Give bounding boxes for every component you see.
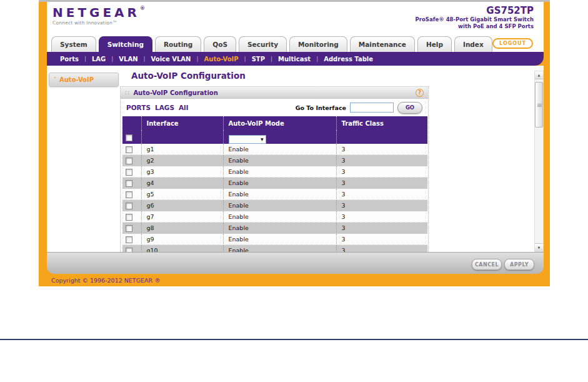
tab-security[interactable]: Security xyxy=(239,36,287,52)
apply-button[interactable]: APPLY xyxy=(504,259,534,270)
cell-traffic-class: 3 xyxy=(336,189,427,200)
row-checkbox-cell xyxy=(122,189,141,200)
registered-mark: ® xyxy=(140,6,145,11)
scroll-down-icon: ▼ xyxy=(538,246,541,249)
main-area: ˅ Auto-VoIP Auto-VoIP Configuration ∷ Au… xyxy=(47,66,544,252)
row-checkbox[interactable] xyxy=(126,214,132,221)
row-checkbox-cell xyxy=(122,178,141,189)
collapse-caret-icon: ˅ xyxy=(54,78,56,83)
row-checkbox[interactable] xyxy=(126,180,132,187)
page-divider-line xyxy=(0,339,588,340)
scope-link-all[interactable]: All xyxy=(179,104,188,111)
row-checkbox[interactable] xyxy=(126,236,132,243)
subnav-item-stp[interactable]: STP xyxy=(252,56,265,63)
auto-voip-table: InterfaceAuto-VoIP ModeTraffic Class ▼ xyxy=(122,116,427,252)
tab-routing[interactable]: Routing xyxy=(155,36,201,52)
frame-left-bar xyxy=(39,2,47,274)
subnav: Ports|LAG|VLAN|Voice VLAN|Auto-VoIP|STP|… xyxy=(47,52,544,66)
row-checkbox-cell xyxy=(122,211,141,223)
row-checkbox-cell xyxy=(122,200,141,211)
frame-right-bar xyxy=(544,2,550,274)
tab-system[interactable]: System xyxy=(51,36,96,52)
cell-auto-voip-mode: Enable xyxy=(223,200,336,211)
cell-traffic-class: 3 xyxy=(336,144,427,155)
table-row-g4: g4Enable3 xyxy=(122,178,427,189)
cell-auto-voip-mode: Enable xyxy=(223,211,336,223)
scope-link-ports[interactable]: PORTS xyxy=(126,104,151,111)
go-button[interactable]: GO xyxy=(397,102,422,114)
select-all-checkbox[interactable] xyxy=(126,134,132,141)
tab-maintenance[interactable]: Maintenance xyxy=(350,36,415,52)
table-row-g5: g5Enable3 xyxy=(122,189,427,200)
goto-interface-input[interactable] xyxy=(350,103,394,113)
cancel-button[interactable]: CANCEL xyxy=(472,259,502,270)
dropdown-arrow-icon: ▼ xyxy=(261,138,266,141)
cell-interface: g2 xyxy=(141,155,223,166)
row-checkbox[interactable] xyxy=(126,191,132,198)
header-checkbox-cell xyxy=(122,116,141,130)
cell-interface: g5 xyxy=(141,189,223,200)
scroll-down-button[interactable]: ▼ xyxy=(535,243,543,251)
subnav-separator: | xyxy=(84,56,86,62)
cell-traffic-class: 3 xyxy=(336,155,427,166)
subnav-item-vlan[interactable]: VLAN xyxy=(119,56,137,63)
tab-switching[interactable]: Switching xyxy=(99,36,152,52)
table-row-g9: g9Enable3 xyxy=(122,234,427,245)
subnav-item-voice-vlan[interactable]: Voice VLAN xyxy=(151,56,191,63)
window-frame: NETGEAR® Connect with Innovation™ GS752T… xyxy=(39,2,550,274)
cell-traffic-class: 3 xyxy=(336,200,427,211)
row-checkbox-cell xyxy=(122,223,141,234)
scroll-up-button[interactable]: ▲ xyxy=(535,71,543,79)
help-icon[interactable]: ? xyxy=(416,89,424,97)
scroll-up-icon: ▲ xyxy=(538,74,541,77)
cell-auto-voip-mode: Enable xyxy=(223,189,336,200)
cell-auto-voip-mode: Enable xyxy=(223,178,336,189)
subnav-separator: | xyxy=(271,56,272,62)
scope-link-lags[interactable]: LAGS xyxy=(155,104,174,111)
drag-handle-icon: ∷ xyxy=(125,89,129,96)
subnav-separator: | xyxy=(316,56,318,62)
cell-traffic-class: 3 xyxy=(336,234,427,245)
tab-monitoring[interactable]: Monitoring xyxy=(289,36,347,52)
auto-voip-mode-select[interactable]: ▼ xyxy=(229,135,266,144)
row-checkbox[interactable] xyxy=(126,169,132,176)
copyright-text: Copyright © 1996-2012 NETGEAR ® xyxy=(51,277,161,284)
subnav-item-multicast[interactable]: Multicast xyxy=(278,56,311,63)
product-subtitle-line1: ProSafe® 48-Port Gigabit Smart Switch xyxy=(416,16,534,23)
logout-button[interactable]: LOGOUT xyxy=(492,38,533,49)
filter-interface-cell xyxy=(141,130,223,144)
table-row-g6: g6Enable3 xyxy=(122,200,427,211)
cell-auto-voip-mode: Enable xyxy=(223,144,336,155)
row-checkbox[interactable] xyxy=(126,158,132,164)
subnav-item-lag[interactable]: LAG xyxy=(92,56,106,63)
cell-traffic-class: 3 xyxy=(336,211,427,223)
table-filter-row: ▼ xyxy=(122,130,427,144)
app-header: NETGEAR® Connect with Innovation™ GS752T… xyxy=(47,2,544,36)
vertical-scrollbar[interactable]: ▲ ▼ xyxy=(534,71,544,252)
row-checkbox[interactable] xyxy=(126,203,132,209)
tab-qos[interactable]: QoS xyxy=(204,36,236,52)
table-row-g3: g3Enable3 xyxy=(122,166,427,178)
scrollbar-thumb[interactable] xyxy=(535,82,543,128)
subnav-item-auto-voip[interactable]: Auto-VoIP xyxy=(204,56,239,63)
row-checkbox[interactable] xyxy=(126,248,132,253)
table-row-g7: g7Enable3 xyxy=(122,211,427,223)
column-header-interface: Interface xyxy=(141,116,223,130)
row-checkbox[interactable] xyxy=(126,146,132,153)
cell-traffic-class: 3 xyxy=(336,245,427,253)
sidebar-item-auto-voip[interactable]: ˅ Auto-VoIP xyxy=(49,73,119,87)
goto-interface-group: Go To Interface GO xyxy=(296,102,422,114)
row-checkbox[interactable] xyxy=(126,225,132,232)
cell-interface: g10 xyxy=(141,245,223,253)
cell-auto-voip-mode: Enable xyxy=(223,223,336,234)
row-checkbox-cell xyxy=(122,166,141,178)
section-header: ∷ Auto-VoIP Configuration ? xyxy=(121,86,428,99)
row-checkbox-cell xyxy=(122,245,141,253)
subnav-item-address-table[interactable]: Address Table xyxy=(324,56,373,63)
row-checkbox-cell xyxy=(122,144,141,155)
filter-checkbox-cell xyxy=(122,130,141,144)
tab-help[interactable]: Help xyxy=(417,36,452,52)
scrollbar-grip-icon xyxy=(537,104,542,107)
subnav-item-ports[interactable]: Ports xyxy=(60,56,79,63)
tab-index[interactable]: Index xyxy=(454,36,492,52)
